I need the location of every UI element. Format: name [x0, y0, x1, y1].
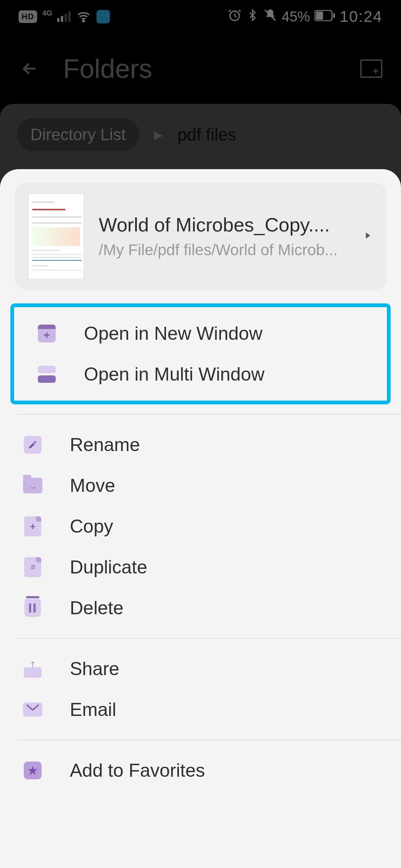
chevron-right-icon: ▶ [154, 128, 163, 141]
alarm-icon [228, 8, 242, 25]
rename-icon [22, 434, 43, 455]
new-folder-icon[interactable] [360, 59, 382, 78]
menu-label: Email [70, 699, 116, 720]
app-bar: Folders [0, 33, 401, 104]
page-title: Folders [63, 53, 360, 84]
bluetooth-icon [246, 8, 259, 25]
back-icon[interactable] [19, 57, 41, 80]
clock: 10:24 [340, 8, 382, 26]
copy[interactable]: + Copy [0, 506, 401, 547]
email-icon [22, 699, 43, 720]
divider [17, 414, 401, 415]
rename[interactable]: Rename [0, 424, 401, 465]
battery-icon [314, 10, 335, 24]
divider [17, 740, 401, 740]
menu-label: Rename [70, 434, 140, 456]
email[interactable]: Email [0, 689, 401, 730]
star-icon: ★ [22, 760, 43, 781]
hd-badge: HD [19, 10, 37, 23]
signal-icon [57, 11, 71, 22]
move[interactable]: → Move [0, 465, 401, 506]
file-header[interactable]: World of Microbes_Copy.... /My File/pdf … [15, 183, 386, 290]
breadcrumb-root[interactable]: Directory List [17, 118, 139, 151]
network-type: 4G [42, 9, 52, 17]
wifi-icon [76, 9, 91, 24]
duplicate-icon: ≡ [22, 557, 43, 578]
svg-rect-3 [316, 11, 323, 20]
menu-label: Copy [70, 516, 113, 537]
move-icon: → [22, 475, 43, 496]
mute-icon [263, 8, 277, 25]
multi-window-icon [36, 364, 57, 385]
menu-label: Add to Favorites [70, 760, 205, 781]
new-window-icon: + [36, 323, 57, 344]
delete[interactable]: Delete [0, 588, 401, 628]
duplicate[interactable]: ≡ Duplicate [0, 547, 401, 588]
share-icon: ↑ [22, 658, 43, 679]
menu-label: Move [70, 475, 115, 496]
svg-point-0 [83, 20, 84, 22]
file-thumbnail [28, 194, 84, 279]
battery-percent: 45% [282, 9, 310, 25]
menu-label: Delete [70, 597, 124, 619]
file-path: /My File/pdf files/World of Microb... [99, 241, 348, 259]
context-sheet: World of Microbes_Copy.... /My File/pdf … [0, 169, 401, 868]
highlighted-group: + Open in New Window Open in Multi Windo… [10, 303, 391, 404]
share[interactable]: ↑ Share [0, 648, 401, 689]
chevron-right-icon [362, 228, 373, 244]
shield-icon [97, 10, 110, 23]
menu-label: Duplicate [70, 556, 147, 578]
menu-label: Open in Multi Window [84, 364, 264, 385]
status-bar: HD 4G 45% 10:24 [0, 0, 401, 33]
open-multi-window[interactable]: Open in Multi Window [14, 354, 387, 395]
menu-label: Share [70, 658, 119, 680]
svg-rect-4 [333, 13, 335, 18]
breadcrumb-current: pdf files [177, 125, 237, 145]
menu-label: Open in New Window [84, 323, 263, 344]
delete-icon [22, 598, 43, 618]
file-title: World of Microbes_Copy.... [99, 214, 348, 236]
divider [17, 638, 401, 639]
copy-icon: + [22, 516, 43, 537]
add-to-favorites[interactable]: ★ Add to Favorites [0, 750, 401, 791]
open-new-window[interactable]: + Open in New Window [14, 313, 387, 354]
